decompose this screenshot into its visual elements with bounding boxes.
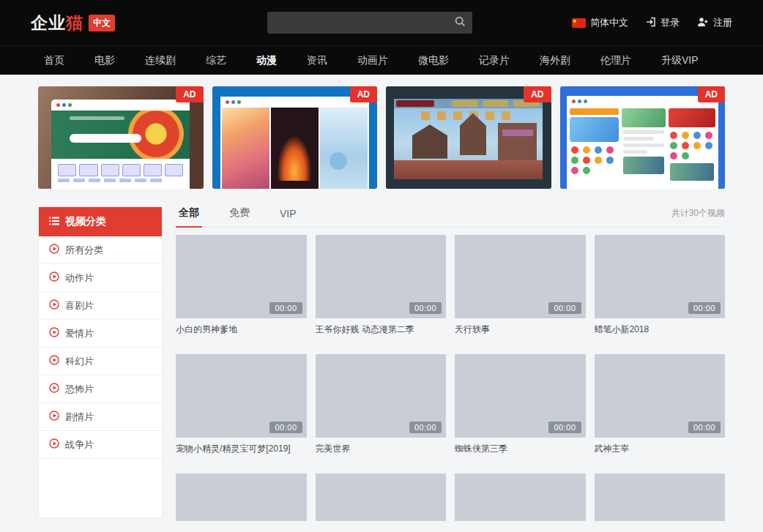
site-logo[interactable]: 企业 猫 中文: [31, 12, 115, 34]
nav-item-microfilm[interactable]: 微电影: [418, 54, 449, 67]
search-bar: [267, 12, 472, 34]
video-thumbnail[interactable]: [455, 473, 586, 521]
ad-banner-1[interactable]: AD: [38, 86, 204, 189]
video-thumbnail[interactable]: 00:00: [316, 235, 447, 318]
video-thumbnail[interactable]: 00:00: [455, 354, 586, 438]
main-nav: 首页 电影 连续剧 综艺 动漫 资讯 动画片 微电影 记录片 海外剧 伦理片 升…: [0, 45, 763, 75]
video-title[interactable]: 王爷你好贱 动态漫第二季: [316, 324, 447, 335]
nav-item-cartoon[interactable]: 动画片: [357, 54, 388, 67]
video-thumbnail[interactable]: 00:00: [176, 354, 307, 438]
category-sidebar: 视频分类 所有分类 动作片 喜剧片 爱情片 科幻片: [38, 206, 163, 518]
video-card[interactable]: 00:00 武神主宰: [595, 354, 726, 454]
tab-all[interactable]: 全部: [176, 206, 202, 228]
video-thumbnail[interactable]: [316, 473, 447, 521]
video-card[interactable]: 00:00 宠物小精灵/精灵宝可梦[2019]: [176, 354, 307, 454]
search-input[interactable]: [267, 12, 447, 34]
play-circle-icon: [49, 411, 59, 423]
duration-badge: 00:00: [548, 422, 581, 433]
top-header: 企业 猫 中文 简体中文 登录: [0, 0, 763, 45]
ad-banner-3[interactable]: AD: [386, 86, 551, 189]
video-thumbnail[interactable]: 00:00: [595, 235, 726, 318]
nav-item-variety[interactable]: 综艺: [206, 54, 226, 67]
sidebar-item-drama[interactable]: 剧情片: [39, 403, 162, 431]
video-card[interactable]: 00:00 王爷你好贱 动态漫第二季: [316, 235, 447, 335]
play-circle-icon: [49, 299, 59, 312]
video-thumbnail[interactable]: [595, 473, 726, 521]
video-card[interactable]: 00:00 蜘蛛侠第三季: [455, 354, 586, 454]
nav-item-documentary[interactable]: 记录片: [479, 54, 510, 67]
register-link[interactable]: 注册: [697, 16, 732, 29]
video-thumbnail[interactable]: 00:00: [316, 354, 447, 438]
nav-item-home[interactable]: 首页: [44, 54, 64, 67]
duration-badge: 00:00: [409, 422, 442, 433]
banner3-game-scene: [394, 99, 543, 180]
video-thumbnail[interactable]: 00:00: [455, 235, 586, 318]
tab-vip[interactable]: VIP: [277, 208, 299, 228]
play-circle-icon: [49, 438, 59, 451]
video-title[interactable]: 天行轶事: [455, 324, 586, 335]
sidebar-item-romance[interactable]: 爱情片: [39, 320, 162, 348]
sidebar-item-label: 喜剧片: [65, 299, 94, 312]
sidebar-item-label: 恐怖片: [65, 383, 94, 396]
sidebar-item-label: 战争片: [65, 438, 94, 452]
play-circle-icon: [49, 383, 59, 395]
logo-text-white: 企业: [31, 12, 66, 34]
ad-badge: AD: [698, 86, 725, 102]
video-thumbnail[interactable]: 00:00: [595, 354, 726, 438]
nav-item-anime[interactable]: 动漫: [256, 54, 277, 67]
header-actions: 简体中文 登录 注册: [572, 16, 732, 29]
video-title[interactable]: 蜘蛛侠第三季: [455, 443, 586, 454]
play-circle-icon: [49, 271, 59, 284]
main-area: 视频分类 所有分类 动作片 喜剧片 爱情片 科幻片: [38, 206, 725, 521]
sidebar-item-action[interactable]: 动作片: [39, 264, 162, 292]
ad-banner-2[interactable]: AD: [212, 86, 378, 189]
duration-badge: 00:00: [548, 302, 581, 314]
cn-flag-icon: [572, 18, 586, 28]
duration-badge: 00:00: [688, 302, 721, 314]
sidebar-item-all[interactable]: 所有分类: [39, 236, 162, 264]
search-icon: [455, 16, 466, 29]
video-card-partial[interactable]: [595, 473, 726, 521]
video-card-partial[interactable]: [455, 473, 586, 521]
video-title[interactable]: 完美世界: [316, 443, 447, 454]
video-card-partial[interactable]: [316, 473, 447, 521]
play-circle-icon: [49, 244, 59, 256]
nav-item-ethics[interactable]: 伦理片: [600, 54, 631, 67]
page: 企业 猫 中文 简体中文 登录: [0, 0, 763, 532]
search-button[interactable]: [447, 12, 472, 34]
sidebar-item-scifi[interactable]: 科幻片: [39, 348, 162, 375]
tab-free[interactable]: 免费: [226, 206, 253, 228]
video-list-panel: 全部 免费 VIP 共计30个视频 00:00 小白的男神爹地 00:00 王爷…: [176, 206, 725, 521]
video-title[interactable]: 蜡笔小新2018: [595, 324, 726, 335]
video-title[interactable]: 宠物小精灵/精灵宝可梦[2019]: [176, 443, 307, 454]
video-title[interactable]: 小白的男神爹地: [176, 324, 307, 335]
nav-item-news[interactable]: 资讯: [307, 54, 327, 67]
login-link[interactable]: 登录: [646, 16, 680, 29]
login-label: 登录: [660, 16, 680, 29]
video-title[interactable]: 武神主宰: [595, 443, 726, 454]
video-thumbnail[interactable]: [176, 473, 307, 521]
total-count-label: 共计30个视频: [671, 207, 725, 227]
sidebar-item-horror[interactable]: 恐怖片: [39, 375, 162, 403]
sidebar-title: 视频分类: [65, 215, 106, 228]
register-label: 注册: [713, 16, 732, 29]
video-card[interactable]: 00:00 蜡笔小新2018: [595, 235, 726, 335]
video-card[interactable]: 00:00 小白的男神爹地: [176, 235, 307, 335]
video-card-partial[interactable]: [176, 473, 307, 521]
ad-banner-4[interactable]: AD: [560, 86, 726, 189]
banner1-browser-mock: [51, 100, 190, 189]
nav-item-movies[interactable]: 电影: [94, 54, 115, 67]
nav-item-series[interactable]: 连续剧: [145, 54, 176, 67]
banner4-browser-mock: [567, 96, 718, 189]
list-icon: [49, 216, 59, 228]
sidebar-item-comedy[interactable]: 喜剧片: [39, 292, 162, 320]
logo-text-red: 猫: [66, 12, 83, 34]
ad-badge: AD: [350, 86, 377, 102]
video-card[interactable]: 00:00 天行轶事: [455, 235, 586, 335]
sidebar-item-war[interactable]: 战争片: [39, 431, 162, 459]
nav-item-overseas[interactable]: 海外剧: [540, 54, 570, 67]
language-switch[interactable]: 简体中文: [572, 16, 628, 29]
nav-item-upgrade-vip[interactable]: 升级VIP: [661, 54, 699, 67]
video-thumbnail[interactable]: 00:00: [176, 235, 307, 318]
video-card[interactable]: 00:00 完美世界: [316, 354, 447, 454]
